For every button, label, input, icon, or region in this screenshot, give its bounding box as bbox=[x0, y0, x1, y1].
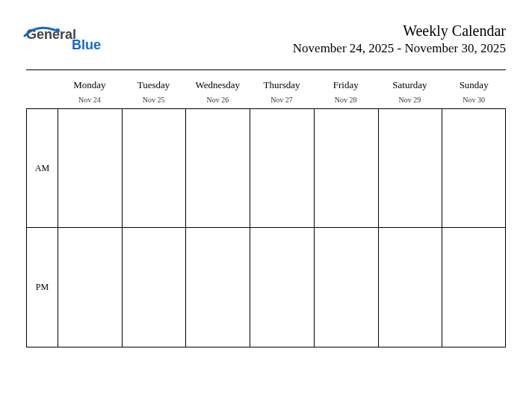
calendar-cell[interactable] bbox=[58, 108, 122, 228]
day-date: Nov 29 bbox=[378, 93, 442, 108]
calendar-cell[interactable] bbox=[250, 228, 314, 347]
logo-text-blue: Blue bbox=[72, 37, 101, 53]
calendar-cell[interactable] bbox=[378, 108, 442, 228]
calendar-cell[interactable] bbox=[378, 228, 442, 347]
day-date: Nov 26 bbox=[185, 93, 250, 108]
calendar-cell[interactable] bbox=[314, 108, 378, 228]
calendar-cell[interactable] bbox=[58, 228, 122, 347]
row-label-pm: PM bbox=[26, 228, 58, 347]
day-date: Nov 28 bbox=[314, 93, 378, 108]
day-name: Thursday bbox=[250, 76, 314, 93]
corner-cell bbox=[26, 93, 58, 108]
day-date: Nov 27 bbox=[250, 93, 314, 108]
calendar-cell[interactable] bbox=[250, 108, 314, 228]
row-label-am: AM bbox=[26, 108, 58, 228]
day-name: Tuesday bbox=[122, 76, 186, 93]
calendar-cell[interactable] bbox=[442, 108, 506, 228]
header: General Blue Weekly Calendar November 24… bbox=[26, 22, 506, 56]
header-divider bbox=[26, 69, 506, 70]
day-name: Friday bbox=[314, 76, 378, 93]
day-date: Nov 30 bbox=[442, 93, 506, 108]
calendar-cell[interactable] bbox=[122, 108, 186, 228]
date-range: November 24, 2025 - November 30, 2025 bbox=[293, 41, 506, 56]
title-block: Weekly Calendar November 24, 2025 - Nove… bbox=[293, 22, 506, 56]
corner-cell bbox=[26, 76, 58, 93]
page-title: Weekly Calendar bbox=[293, 22, 506, 40]
day-date: Nov 24 bbox=[58, 93, 122, 108]
day-name: Saturday bbox=[378, 76, 442, 93]
day-date: Nov 25 bbox=[122, 93, 186, 108]
calendar-cell[interactable] bbox=[185, 228, 250, 347]
day-name: Wednesday bbox=[185, 76, 250, 93]
calendar-cell[interactable] bbox=[314, 228, 378, 347]
calendar-cell[interactable] bbox=[442, 228, 506, 347]
calendar-cell[interactable] bbox=[185, 108, 250, 228]
day-name: Sunday bbox=[442, 76, 506, 93]
calendar-cell[interactable] bbox=[122, 228, 186, 347]
day-name: Monday bbox=[58, 76, 122, 93]
logo: General Blue bbox=[26, 22, 105, 43]
logo-swoosh-icon bbox=[23, 22, 69, 42]
calendar-grid: Monday Tuesday Wednesday Thursday Friday… bbox=[26, 76, 506, 347]
svg-point-0 bbox=[55, 28, 60, 33]
